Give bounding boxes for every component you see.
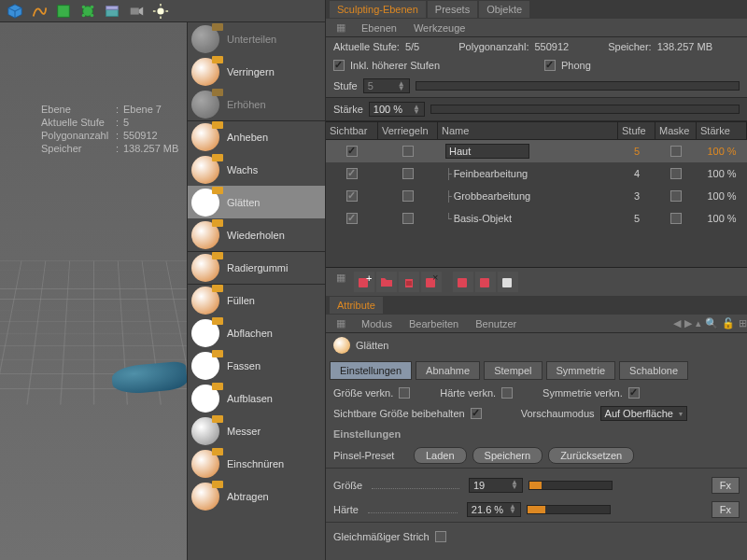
tool-wachs[interactable]: Wachs (188, 153, 325, 186)
nav-fwd-icon[interactable]: ▶ (684, 317, 692, 329)
stroke-checkbox[interactable] (435, 531, 446, 542)
tool-label: Abtragen (227, 491, 269, 502)
nav-up-icon[interactable]: ▴ (696, 317, 701, 329)
subtab-modus[interactable]: Modus (354, 315, 400, 332)
staerke-slider[interactable] (430, 105, 740, 114)
deformer-icon[interactable] (77, 0, 99, 22)
add-layer-icon[interactable]: + (354, 272, 374, 292)
tab-objekte[interactable]: Objekte (479, 1, 529, 18)
attrtab-symmetrie[interactable]: Symmetrie (546, 361, 616, 380)
tab-presets[interactable]: Presets (428, 1, 477, 18)
layer-lock-checkbox[interactable] (402, 168, 414, 179)
tool-abtragen[interactable]: Abtragen (188, 480, 325, 512)
layer-icon-4[interactable] (498, 272, 518, 292)
attrtab-abnahme[interactable]: Abnahme (416, 361, 480, 380)
load-button[interactable]: Laden (414, 447, 467, 464)
tool-aufblasen[interactable]: Aufblasen (188, 382, 325, 414)
hardness-field[interactable]: 21.6 %▲▼ (467, 502, 521, 517)
subtab-benutzer[interactable]: Benutzer (468, 315, 524, 332)
hash-icon-3[interactable]: ▦ (330, 317, 352, 329)
layer-visible-checkbox[interactable] (346, 190, 358, 202)
tool-anheben[interactable]: Anheben (188, 120, 325, 153)
layer-visible-checkbox[interactable] (346, 213, 358, 224)
haerte-verkn-checkbox[interactable] (501, 387, 513, 399)
tool-verringern[interactable]: Verringern (188, 55, 325, 88)
hash-icon[interactable]: ▦ (330, 21, 352, 34)
tool-einschnüren[interactable]: Einschnüren (188, 447, 325, 480)
light-icon[interactable] (149, 0, 172, 22)
attrtab-einstellungen[interactable]: Einstellungen (330, 361, 412, 380)
tool-radiergummi[interactable]: Radiergummi (188, 251, 325, 284)
hardness-fx-button[interactable]: Fx (712, 501, 740, 518)
tool-abflachen[interactable]: Abflachen (188, 316, 325, 349)
generator-icon[interactable] (52, 0, 75, 22)
size-slider[interactable] (529, 481, 613, 490)
header-maske[interactable]: Maske (655, 122, 697, 139)
reset-button[interactable]: Zurücksetzen (548, 447, 634, 464)
attrtab-stempel[interactable]: Stempel (484, 361, 542, 380)
header-name[interactable]: Name (438, 122, 618, 139)
viewport[interactable]: for(let i=0;i<12;i++)document.write('<di… (0, 22, 187, 560)
layer-name-input[interactable] (445, 144, 529, 159)
menu-icon[interactable]: ⊞ (739, 317, 747, 329)
inkl-checkbox[interactable] (333, 60, 345, 71)
header-sichtbar[interactable]: Sichtbar (326, 122, 378, 139)
tool-unterteilen[interactable]: Unterteilen (188, 22, 325, 55)
search-icon[interactable]: 🔍 (705, 317, 718, 329)
layer-visible-checkbox[interactable] (346, 168, 358, 179)
tool-messer[interactable]: Messer (188, 414, 325, 447)
layer-row[interactable]: 5100 % (326, 140, 747, 162)
header-stufe[interactable]: Stufe (618, 122, 655, 139)
layer-lock-checkbox[interactable] (402, 213, 414, 224)
subtab-bearbeiten[interactable]: Bearbeiten (402, 315, 466, 332)
subtab-ebenen[interactable]: Ebenen (354, 20, 404, 36)
layer-icon-1[interactable]: × (421, 272, 442, 292)
delete-icon[interactable] (399, 272, 419, 292)
lock-icon[interactable]: 🔓 (722, 317, 735, 329)
groesse-verkn-checkbox[interactable] (399, 387, 410, 399)
spline-icon[interactable] (28, 0, 50, 22)
layer-row[interactable]: ├Grobbearbeitung3100 % (326, 185, 747, 207)
cube-icon[interactable] (4, 0, 26, 22)
layer-mask-checkbox[interactable] (670, 190, 682, 202)
header-verriegeln[interactable]: Verriegeln (378, 122, 438, 139)
staerke-spinner[interactable]: 100 %▲▼ (369, 102, 425, 117)
header-staerke[interactable]: Stärke (697, 122, 747, 139)
stufe-spinner[interactable]: 5▲▼ (363, 78, 410, 93)
vorschau-dropdown[interactable]: Auf Oberfläche (600, 406, 687, 421)
size-fx-button[interactable]: Fx (712, 477, 740, 494)
stufe-slider[interactable] (416, 81, 740, 91)
tab-attribute[interactable]: Attribute (330, 297, 383, 314)
folder-icon[interactable] (376, 272, 397, 292)
tool-füllen[interactable]: Füllen (188, 284, 325, 316)
layer-icon-2[interactable] (453, 272, 473, 292)
subtab-werkzeuge[interactable]: Werkzeuge (406, 20, 472, 36)
layer-row[interactable]: └Basis-Objekt5100 % (326, 207, 747, 230)
phong-checkbox[interactable] (544, 60, 556, 71)
hash-icon-2[interactable]: ▦ (330, 272, 352, 292)
sichtbare-checkbox[interactable] (471, 408, 482, 419)
layer-visible-checkbox[interactable] (346, 146, 358, 157)
layer-lock-checkbox[interactable] (402, 190, 414, 202)
nav-back-icon[interactable]: ◀ (673, 317, 681, 329)
layer-mask-checkbox[interactable] (670, 168, 682, 179)
layer-mask-checkbox[interactable] (670, 213, 682, 224)
layer-row[interactable]: ├Feinbearbeitung4100 % (326, 162, 747, 185)
size-field[interactable]: 19▲▼ (469, 478, 523, 493)
layer-lock-checkbox[interactable] (402, 146, 414, 157)
save-button[interactable]: Speichern (472, 447, 543, 464)
tool-wiederholen[interactable]: Wiederholen (188, 218, 325, 251)
camera-icon[interactable] (125, 0, 148, 22)
tab-sculpting-ebenen[interactable]: Sculpting-Ebenen (330, 1, 426, 18)
svg-rect-11 (106, 6, 119, 9)
layer-icon-3[interactable] (475, 272, 496, 292)
sym-verkn-checkbox[interactable] (628, 387, 640, 399)
tool-fassen[interactable]: Fassen (188, 349, 325, 382)
hardness-slider[interactable] (527, 505, 611, 514)
attrtab-schablone[interactable]: Schablone (619, 361, 688, 380)
layer-mask-checkbox[interactable] (670, 146, 682, 157)
environment-icon[interactable] (101, 0, 123, 22)
tool-glätten[interactable]: Glätten (188, 186, 325, 218)
tool-erhöhen[interactable]: Erhöhen (188, 88, 325, 120)
layer-stufe: 5 (618, 146, 655, 157)
